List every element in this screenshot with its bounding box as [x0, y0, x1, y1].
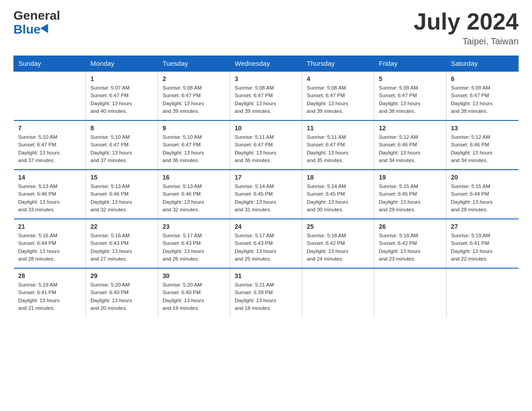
weekday-header-saturday: Saturday [446, 56, 519, 72]
calendar-cell: 8Sunrise: 5:10 AM Sunset: 6:47 PM Daylig… [86, 120, 158, 170]
calendar-table: SundayMondayTuesdayWednesdayThursdayFrid… [13, 56, 519, 317]
month-title: July 2024 [414, 9, 519, 34]
day-info: Sunrise: 5:09 AM Sunset: 6:47 PM Dayligh… [451, 84, 514, 115]
calendar-cell: 15Sunrise: 5:13 AM Sunset: 6:46 PM Dayli… [86, 170, 158, 219]
calendar-cell: 11Sunrise: 5:11 AM Sunset: 6:47 PM Dayli… [302, 120, 374, 170]
day-info: Sunrise: 5:11 AM Sunset: 6:47 PM Dayligh… [307, 133, 369, 164]
weekday-header-wednesday: Wednesday [230, 56, 302, 72]
calendar-cell [302, 268, 374, 317]
calendar-cell: 30Sunrise: 5:20 AM Sunset: 6:40 PM Dayli… [158, 268, 230, 317]
day-number: 8 [90, 124, 153, 132]
day-number: 6 [451, 75, 514, 82]
calendar-cell: 20Sunrise: 5:15 AM Sunset: 6:44 PM Dayli… [446, 170, 519, 219]
title-block: July 2024 Taipei, Taiwan [414, 9, 519, 47]
day-info: Sunrise: 5:20 AM Sunset: 6:40 PM Dayligh… [90, 281, 153, 312]
day-number: 14 [18, 174, 82, 181]
day-number: 20 [451, 174, 514, 181]
day-number: 18 [307, 174, 369, 181]
calendar-cell: 2Sunrise: 5:08 AM Sunset: 6:47 PM Daylig… [158, 71, 230, 120]
weekday-header-friday: Friday [374, 56, 446, 72]
day-number: 16 [163, 174, 225, 181]
day-info: Sunrise: 5:10 AM Sunset: 6:47 PM Dayligh… [90, 133, 153, 164]
calendar-cell: 7Sunrise: 5:10 AM Sunset: 6:47 PM Daylig… [14, 120, 86, 170]
day-info: Sunrise: 5:13 AM Sunset: 6:46 PM Dayligh… [90, 183, 153, 214]
day-number: 2 [163, 75, 225, 82]
calendar-cell: 26Sunrise: 5:18 AM Sunset: 6:42 PM Dayli… [374, 219, 446, 268]
day-info: Sunrise: 5:10 AM Sunset: 6:47 PM Dayligh… [18, 133, 82, 164]
day-info: Sunrise: 5:12 AM Sunset: 6:46 PM Dayligh… [451, 133, 514, 164]
day-info: Sunrise: 5:14 AM Sunset: 6:45 PM Dayligh… [307, 183, 369, 214]
calendar-cell [14, 71, 86, 120]
calendar-cell: 14Sunrise: 5:13 AM Sunset: 6:46 PM Dayli… [14, 170, 86, 219]
day-info: Sunrise: 5:19 AM Sunset: 6:41 PM Dayligh… [18, 281, 82, 312]
day-number: 3 [235, 75, 297, 82]
calendar-cell: 29Sunrise: 5:20 AM Sunset: 6:40 PM Dayli… [86, 268, 158, 317]
day-number: 7 [18, 124, 82, 132]
day-number: 5 [379, 75, 442, 82]
day-info: Sunrise: 5:08 AM Sunset: 6:47 PM Dayligh… [235, 84, 297, 115]
calendar-cell: 4Sunrise: 5:08 AM Sunset: 6:47 PM Daylig… [302, 71, 374, 120]
location-title: Taipei, Taiwan [414, 36, 519, 47]
calendar-cell: 13Sunrise: 5:12 AM Sunset: 6:46 PM Dayli… [446, 120, 519, 170]
day-number: 23 [163, 223, 225, 230]
day-info: Sunrise: 5:18 AM Sunset: 6:42 PM Dayligh… [307, 232, 369, 263]
weekday-header-sunday: Sunday [14, 56, 86, 72]
day-info: Sunrise: 5:14 AM Sunset: 6:45 PM Dayligh… [235, 183, 297, 214]
day-number: 9 [163, 124, 225, 132]
calendar-cell: 3Sunrise: 5:08 AM Sunset: 6:47 PM Daylig… [230, 71, 302, 120]
day-number: 21 [18, 223, 82, 230]
day-info: Sunrise: 5:11 AM Sunset: 6:47 PM Dayligh… [235, 133, 297, 164]
day-info: Sunrise: 5:19 AM Sunset: 6:41 PM Dayligh… [451, 232, 514, 263]
day-info: Sunrise: 5:18 AM Sunset: 6:42 PM Dayligh… [379, 232, 442, 263]
day-number: 29 [90, 272, 153, 279]
day-info: Sunrise: 5:09 AM Sunset: 6:47 PM Dayligh… [379, 84, 442, 115]
calendar-week-row: 1Sunrise: 5:07 AM Sunset: 6:47 PM Daylig… [14, 71, 519, 120]
day-number: 15 [90, 174, 153, 181]
weekday-header-row: SundayMondayTuesdayWednesdayThursdayFrid… [14, 56, 519, 72]
day-number: 12 [379, 124, 442, 132]
day-info: Sunrise: 5:13 AM Sunset: 6:46 PM Dayligh… [163, 183, 225, 214]
day-info: Sunrise: 5:16 AM Sunset: 6:44 PM Dayligh… [18, 232, 82, 263]
day-info: Sunrise: 5:21 AM Sunset: 6:39 PM Dayligh… [235, 281, 297, 312]
calendar-cell: 23Sunrise: 5:17 AM Sunset: 6:43 PM Dayli… [158, 219, 230, 268]
calendar-cell: 9Sunrise: 5:10 AM Sunset: 6:47 PM Daylig… [158, 120, 230, 170]
day-number: 10 [235, 124, 297, 132]
weekday-header-tuesday: Tuesday [158, 56, 230, 72]
calendar-cell: 5Sunrise: 5:09 AM Sunset: 6:47 PM Daylig… [374, 71, 446, 120]
day-info: Sunrise: 5:17 AM Sunset: 6:43 PM Dayligh… [163, 232, 225, 263]
day-number: 19 [379, 174, 442, 181]
day-number: 31 [235, 272, 297, 279]
day-info: Sunrise: 5:20 AM Sunset: 6:40 PM Dayligh… [163, 281, 225, 312]
day-number: 26 [379, 223, 442, 230]
day-info: Sunrise: 5:08 AM Sunset: 6:47 PM Dayligh… [307, 84, 369, 115]
day-info: Sunrise: 5:10 AM Sunset: 6:47 PM Dayligh… [163, 133, 225, 164]
calendar-cell: 28Sunrise: 5:19 AM Sunset: 6:41 PM Dayli… [14, 268, 86, 317]
day-number: 17 [235, 174, 297, 181]
calendar-cell: 12Sunrise: 5:12 AM Sunset: 6:46 PM Dayli… [374, 120, 446, 170]
day-info: Sunrise: 5:16 AM Sunset: 6:43 PM Dayligh… [90, 232, 153, 263]
calendar-week-row: 21Sunrise: 5:16 AM Sunset: 6:44 PM Dayli… [14, 219, 519, 268]
day-info: Sunrise: 5:15 AM Sunset: 6:45 PM Dayligh… [379, 183, 442, 214]
day-info: Sunrise: 5:17 AM Sunset: 6:43 PM Dayligh… [235, 232, 297, 263]
day-info: Sunrise: 5:12 AM Sunset: 6:46 PM Dayligh… [379, 133, 442, 164]
calendar-cell: 16Sunrise: 5:13 AM Sunset: 6:46 PM Dayli… [158, 170, 230, 219]
calendar-cell: 31Sunrise: 5:21 AM Sunset: 6:39 PM Dayli… [230, 268, 302, 317]
calendar-cell: 6Sunrise: 5:09 AM Sunset: 6:47 PM Daylig… [446, 71, 519, 120]
logo: General Blue [13, 9, 60, 37]
calendar-cell: 17Sunrise: 5:14 AM Sunset: 6:45 PM Dayli… [230, 170, 302, 219]
calendar-cell: 10Sunrise: 5:11 AM Sunset: 6:47 PM Dayli… [230, 120, 302, 170]
calendar-cell [374, 268, 446, 317]
day-number: 27 [451, 223, 514, 230]
calendar-cell: 27Sunrise: 5:19 AM Sunset: 6:41 PM Dayli… [446, 219, 519, 268]
day-number: 4 [307, 75, 369, 82]
calendar-cell: 25Sunrise: 5:18 AM Sunset: 6:42 PM Dayli… [302, 219, 374, 268]
day-info: Sunrise: 5:13 AM Sunset: 6:46 PM Dayligh… [18, 183, 82, 214]
calendar-week-row: 7Sunrise: 5:10 AM Sunset: 6:47 PM Daylig… [14, 120, 519, 170]
day-number: 22 [90, 223, 153, 230]
day-number: 28 [18, 272, 82, 279]
day-number: 1 [90, 75, 153, 82]
calendar-cell: 21Sunrise: 5:16 AM Sunset: 6:44 PM Dayli… [14, 219, 86, 268]
calendar-cell: 1Sunrise: 5:07 AM Sunset: 6:47 PM Daylig… [86, 71, 158, 120]
calendar-cell: 18Sunrise: 5:14 AM Sunset: 6:45 PM Dayli… [302, 170, 374, 219]
weekday-header-thursday: Thursday [302, 56, 374, 72]
